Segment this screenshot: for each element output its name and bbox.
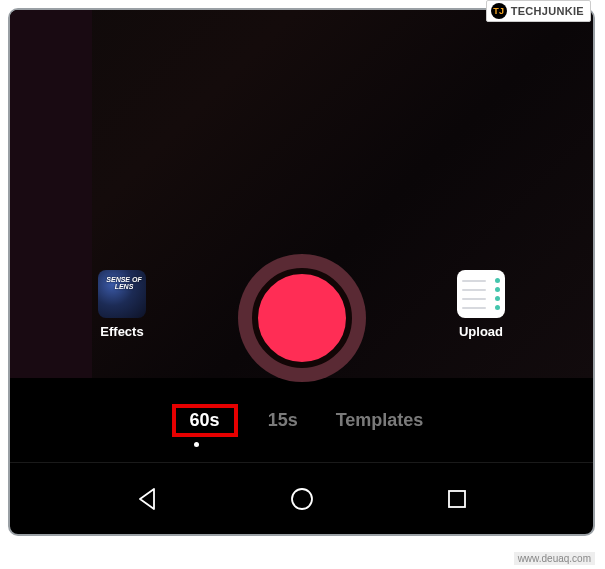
upload-thumbnail-icon	[457, 270, 505, 318]
record-button-inner-icon	[252, 268, 352, 368]
nav-recent-icon[interactable]	[445, 487, 469, 511]
upload-button[interactable]: Upload	[449, 270, 513, 339]
mode-tab-15s[interactable]: 15s	[260, 406, 306, 435]
mode-tab-60s[interactable]: 60s	[182, 406, 228, 434]
mode-60s-highlight-box: 60s	[172, 404, 238, 437]
device-frame: SENSE OF LENS Effects Upload 60s 15s Tem…	[8, 8, 595, 536]
record-button[interactable]	[238, 254, 366, 382]
mode-indicator-dot-icon	[194, 442, 199, 447]
nav-back-icon[interactable]	[134, 486, 160, 512]
upload-label: Upload	[449, 324, 513, 339]
watermark-logo-icon: TJ	[491, 3, 507, 19]
svg-rect-1	[449, 491, 465, 507]
watermark-badge: TJ TECHJUNKIE	[486, 0, 591, 22]
nav-home-icon[interactable]	[288, 485, 316, 513]
watermark-text: TECHJUNKIE	[511, 5, 584, 17]
android-nav-bar	[10, 462, 593, 534]
footer-source-url: www.deuaq.com	[514, 552, 595, 565]
svg-point-0	[292, 489, 312, 509]
mode-tab-templates[interactable]: Templates	[328, 406, 432, 435]
mode-selector: 60s 15s Templates	[10, 392, 593, 448]
